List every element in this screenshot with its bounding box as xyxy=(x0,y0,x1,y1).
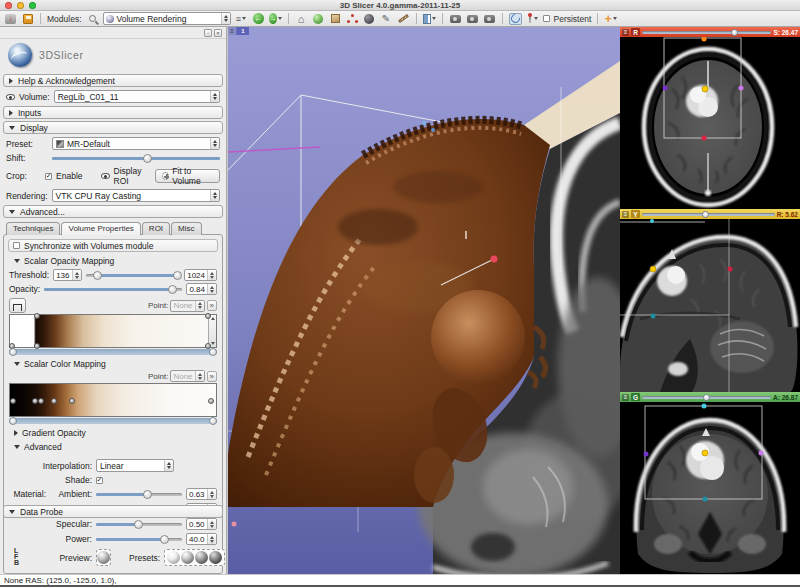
material-preset-button[interactable] xyxy=(167,551,180,564)
opacity-spinbox[interactable]: 0.84 xyxy=(186,283,217,295)
color-node[interactable] xyxy=(38,398,44,404)
threshold-low-spinbox[interactable]: 136 xyxy=(53,269,81,281)
color-node[interactable] xyxy=(10,398,16,404)
scene-view-add-icon[interactable] xyxy=(466,13,479,25)
scroll-handle-right[interactable] xyxy=(209,417,217,425)
crop-enable-checkbox[interactable]: ✓ xyxy=(45,173,52,180)
advanced-subsection-header[interactable]: Advanced xyxy=(4,439,222,453)
color-node[interactable] xyxy=(32,398,38,404)
opacity-point-spinbox[interactable]: None xyxy=(170,300,204,312)
step-function-button[interactable] xyxy=(9,298,26,313)
material-preset-button[interactable] xyxy=(209,551,222,564)
module-history-icon[interactable]: ≡ xyxy=(235,13,248,25)
load-data-icon[interactable]: ↓ xyxy=(4,13,17,25)
scalar-opacity-function-editor[interactable] xyxy=(9,314,217,348)
rotate-view-icon[interactable] xyxy=(509,13,522,25)
threshold-range-slider[interactable] xyxy=(86,271,181,280)
fiducial-cyan[interactable] xyxy=(650,219,654,223)
threshold-high-handle[interactable] xyxy=(173,271,182,280)
tab-volume-properties[interactable]: Volume Properties xyxy=(61,222,140,235)
volume-visibility-icon[interactable] xyxy=(6,94,15,100)
fiducial-teal[interactable] xyxy=(651,314,656,319)
material-preset-button[interactable] xyxy=(195,551,208,564)
scalar-color-header[interactable]: Scalar Color Mapping xyxy=(4,356,222,370)
sample-data-module-icon[interactable] xyxy=(312,13,325,25)
power-slider[interactable] xyxy=(96,535,182,544)
roi-handle-teal[interactable] xyxy=(703,497,708,502)
tab-roi[interactable]: ROI xyxy=(142,222,170,235)
material-preset-button[interactable] xyxy=(181,551,194,564)
tab-techniques[interactable]: Techniques xyxy=(6,222,60,235)
material-preview-button[interactable] xyxy=(96,549,111,566)
screenshot-icon[interactable] xyxy=(449,13,462,25)
sync-volumes-checkbox[interactable] xyxy=(13,242,20,249)
roi-handle-purple[interactable] xyxy=(663,86,668,91)
expand-color-points-button[interactable]: » xyxy=(207,371,217,382)
threed-view[interactable]: ≡ 1 xyxy=(228,27,620,574)
persistent-checkbox[interactable] xyxy=(543,15,550,22)
data-probe-header[interactable]: Data Probe xyxy=(3,505,223,518)
yellow-slice-slider[interactable] xyxy=(642,210,775,218)
ambient-slider[interactable] xyxy=(96,490,182,499)
shade-checkbox[interactable]: ✓ xyxy=(96,477,103,484)
fiducial-blue-3d[interactable] xyxy=(431,128,435,132)
layout-select-icon[interactable] xyxy=(423,13,436,25)
ambient-spinbox[interactable]: 0.63 xyxy=(186,488,217,500)
coronal-slice-view[interactable] xyxy=(620,402,800,573)
place-fiducial-icon[interactable]: + xyxy=(604,13,617,25)
threshold-high-spinbox[interactable]: 1024 xyxy=(184,269,217,281)
red-slice-slider[interactable] xyxy=(642,28,771,36)
measurements-module-icon[interactable] xyxy=(397,13,410,25)
volumes-module-icon[interactable] xyxy=(329,13,342,25)
mouse-place-pin-icon[interactable] xyxy=(526,13,539,25)
scroll-handle-left[interactable] xyxy=(9,417,17,425)
color-editor-scrollbar[interactable] xyxy=(9,418,217,424)
threshold-low-handle[interactable] xyxy=(93,271,102,280)
slice-menu-icon[interactable]: ≡ xyxy=(622,211,629,218)
fiducial-red-3d[interactable] xyxy=(491,256,498,263)
scroll-handle-left[interactable] xyxy=(9,348,17,356)
color-node[interactable] xyxy=(51,398,57,404)
fiducial-blue-3d[interactable] xyxy=(422,121,426,125)
volume-selector[interactable]: RegLib_C01_11 xyxy=(54,90,220,103)
view-tab-label[interactable]: 1 xyxy=(237,27,249,35)
fiducial-yellow[interactable] xyxy=(702,450,708,456)
specular-spinbox[interactable]: 0.50 xyxy=(186,518,217,530)
slice-menu-icon[interactable]: ≡ xyxy=(622,29,629,36)
opacity-slider[interactable] xyxy=(44,285,182,294)
shift-slider[interactable] xyxy=(52,154,220,163)
inputs-section-header[interactable]: Inputs xyxy=(3,106,223,119)
roi-handle-cyan[interactable] xyxy=(702,404,707,409)
slice-menu-icon[interactable]: ≡ xyxy=(622,394,629,401)
color-node[interactable] xyxy=(69,398,75,404)
interpolation-selector[interactable]: Linear xyxy=(96,459,174,472)
fiducial-yellow[interactable] xyxy=(702,86,708,92)
view-menu-icon[interactable]: ≡ xyxy=(228,27,237,35)
scalar-color-function-editor[interactable] xyxy=(9,383,217,417)
roi-handle-violet[interactable] xyxy=(739,86,744,91)
module-search-icon[interactable] xyxy=(86,13,99,25)
tf-node[interactable] xyxy=(205,313,211,319)
tab-misc[interactable]: Misc xyxy=(171,222,201,235)
display-section-header[interactable]: Display xyxy=(3,121,223,134)
specular-slider[interactable] xyxy=(96,520,182,529)
scene-view-restore-icon[interactable] xyxy=(483,13,496,25)
help-section-header[interactable]: Help & Acknowledgement xyxy=(3,74,223,87)
fit-to-volume-button[interactable]: Fit to Volume xyxy=(155,169,220,183)
undock-panel-icon[interactable]: ◦ xyxy=(204,29,212,37)
color-node[interactable] xyxy=(208,398,214,404)
rendering-selector[interactable]: VTK CPU Ray Casting xyxy=(52,189,220,202)
roi-handle-red[interactable] xyxy=(702,136,707,141)
fiducial-yellow[interactable] xyxy=(650,266,656,272)
gradient-opacity-header[interactable]: Gradient Opacity xyxy=(4,425,222,439)
back-button[interactable]: ← xyxy=(252,13,265,25)
scroll-handle-right[interactable] xyxy=(209,348,217,356)
power-spinbox[interactable]: 40.0 xyxy=(186,533,217,545)
sagittal-slice-view[interactable] xyxy=(620,219,800,392)
save-icon[interactable] xyxy=(21,13,34,25)
home-icon[interactable]: ⌂ xyxy=(295,13,308,25)
roi-visibility-icon[interactable] xyxy=(101,173,110,179)
forward-button[interactable]: → xyxy=(269,13,282,25)
expand-points-button[interactable]: » xyxy=(207,300,217,311)
editor-module-icon[interactable]: ✎ xyxy=(380,13,393,25)
